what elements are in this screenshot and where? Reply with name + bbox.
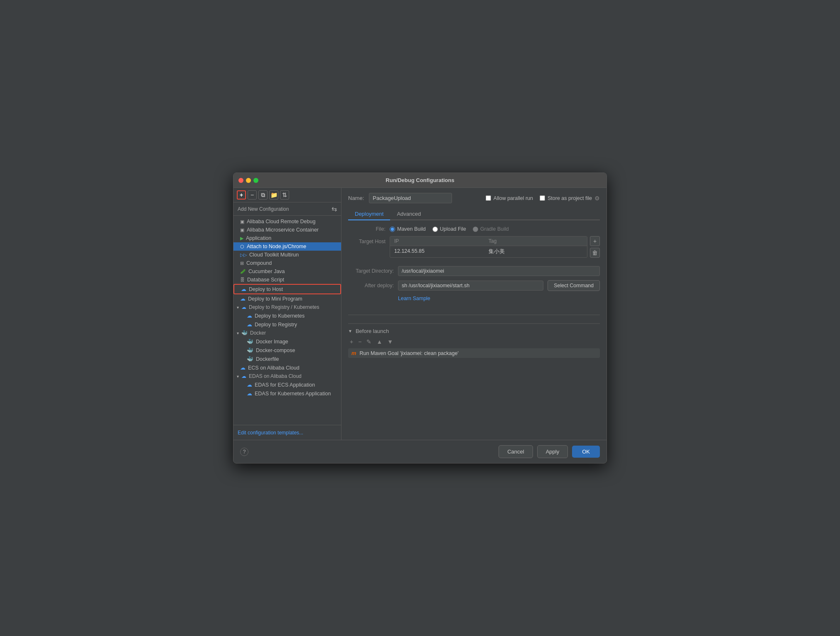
sidebar-item-label: Deploy to Mini Program (248, 296, 302, 302)
sidebar-item-deploy-to-host[interactable]: ☁ Deploy to Host (233, 284, 341, 294)
sidebar-item-label: EDAS on Alibaba Cloud (249, 373, 302, 379)
deployment-section: File: Maven Build Upload File Gradle (348, 226, 600, 306)
minimize-button[interactable] (246, 178, 251, 183)
sidebar-item-application[interactable]: ▶ Application (233, 234, 341, 242)
sidebar-item-label: Alibaba Microservice Container (247, 227, 319, 233)
sidebar-item-attach-nodejs-chrome[interactable]: ⬡ Attach to Node.js/Chrome (233, 242, 341, 251)
sidebar-item-docker-compose[interactable]: 🐳 Docker-compose (233, 346, 341, 355)
tab-deployment[interactable]: Deployment (348, 208, 390, 220)
sidebar-item-edas-alibaba-cloud-group[interactable]: ▾ ☁ EDAS on Alibaba Cloud (233, 372, 341, 380)
sidebar-item-docker-group[interactable]: ▾ 🐳 Docker (233, 329, 341, 337)
cloud-icon: ☁ (247, 321, 252, 328)
target-directory-input[interactable] (398, 266, 600, 276)
allow-parallel-item: Allow parallel run (486, 195, 533, 201)
add-host-button[interactable]: + (590, 236, 600, 246)
dialog-body: + − ⧉ 📁 ⇅ Add New Configuration ⇆ ▣ Alib… (233, 188, 607, 440)
target-host-label: Target Host (348, 236, 386, 244)
bl-up-button[interactable]: ▲ (375, 338, 384, 346)
sidebar-item-label: Dockerfile (256, 356, 279, 362)
before-launch-label: Before launch (356, 328, 389, 334)
help-button[interactable]: ? (240, 448, 248, 456)
docker-icon: 🐳 (247, 347, 253, 353)
cloud-icon: ☁ (240, 296, 246, 302)
target-host-section: Target Host IP Tag 12.124.55.85 集小美 (348, 236, 600, 262)
name-label: Name: (348, 195, 364, 201)
target-host-table: IP Tag 12.124.55.85 集小美 (390, 236, 587, 258)
close-button[interactable] (238, 178, 243, 183)
upload-file-option[interactable]: Upload File (432, 226, 466, 232)
add-configuration-button[interactable]: + (237, 190, 246, 200)
bl-remove-button[interactable]: − (356, 338, 363, 346)
name-input[interactable] (369, 193, 452, 203)
sidebar-item-alibaba-microservice-container[interactable]: ▣ Alibaba Microservice Container (233, 226, 341, 234)
edit-templates-link[interactable]: Edit configuration templates... (238, 430, 303, 436)
sidebar-item-alibaba-cloud-remote-debug[interactable]: ▣ Alibaba Cloud Remote Debug (233, 217, 341, 226)
allow-parallel-checkbox[interactable] (486, 195, 491, 201)
docker-icon: 🐳 (247, 338, 253, 345)
sidebar-item-label: Deploy to Registry (255, 322, 297, 328)
after-deploy-input[interactable] (398, 281, 543, 291)
learn-sample-row: Learn Sample (348, 295, 600, 301)
cloud-icon: ☁ (247, 313, 252, 319)
bl-add-button[interactable]: + (348, 338, 355, 346)
sidebar-item-ecs-alibaba-cloud[interactable]: ☁ ECS on Alibaba Cloud (233, 363, 341, 372)
table-row[interactable]: 12.124.55.85 集小美 (390, 246, 587, 257)
chevron-down-icon: ▾ (237, 374, 239, 379)
cloud-icon: ☁ (240, 365, 246, 371)
tab-deployment-label: Deployment (355, 211, 383, 217)
sidebar-item-deploy-to-mini-program[interactable]: ☁ Deploy to Mini Program (233, 294, 341, 303)
gear-icon[interactable]: ⚙ (594, 195, 600, 202)
dialog-title: Run/Debug Configurations (386, 177, 454, 183)
tab-advanced-label: Advanced (397, 211, 421, 217)
remove-configuration-button[interactable]: − (248, 190, 257, 200)
store-project-checkbox[interactable] (540, 195, 545, 201)
maven-build-option[interactable]: Maven Build (390, 226, 426, 232)
col-tag-header: Tag (489, 238, 583, 244)
sidebar-item-compound[interactable]: ⊞ Compound (233, 259, 341, 267)
collapse-icon[interactable]: ⇆ (332, 205, 337, 213)
tab-advanced[interactable]: Advanced (390, 208, 427, 220)
after-deploy-label: After deploy: (348, 283, 394, 288)
sidebar-item-label: Docker Image (256, 339, 288, 345)
gradle-build-radio[interactable] (473, 227, 478, 232)
sidebar-item-deploy-registry-kubernetes-group[interactable]: ▾ ☁ Deploy to Registry / Kubernetes (233, 303, 341, 311)
sidebar-header: Add New Configuration ⇆ (233, 202, 341, 216)
move-configuration-button[interactable]: 📁 (269, 190, 278, 200)
sidebar-item-edas-kubernetes-application[interactable]: ☁ EDAS for Kubernetes Application (233, 389, 341, 398)
host-ip: 12.124.55.85 (394, 248, 489, 255)
store-project-item: Store as project file ⚙ (540, 195, 600, 202)
sidebar-item-cucumber-java[interactable]: 🥒 Cucumber Java (233, 267, 341, 276)
bl-down-button[interactable]: ▼ (386, 338, 395, 346)
sidebar-toolbar: + − ⧉ 📁 ⇅ (233, 188, 341, 202)
sidebar-item-docker-image[interactable]: 🐳 Docker Image (233, 337, 341, 346)
cancel-button[interactable]: Cancel (499, 445, 533, 458)
sidebar-item-dockerfile[interactable]: 🐳 Dockerfile (233, 355, 341, 363)
ok-button[interactable]: OK (572, 446, 600, 458)
select-command-button[interactable]: Select Command (548, 280, 600, 291)
store-project-label: Store as project file (548, 195, 592, 201)
maven-icon: m (351, 350, 356, 356)
col-ip-header: IP (394, 238, 489, 244)
maximize-button[interactable] (253, 178, 258, 183)
gradle-build-label: Gradle Build (480, 226, 509, 232)
upload-file-radio[interactable] (432, 227, 438, 232)
sidebar-item-label: Cloud Toolkit Multirun (249, 252, 299, 258)
server-icon: ▣ (240, 227, 244, 233)
learn-sample-link[interactable]: Learn Sample (398, 296, 430, 301)
sidebar-item-deploy-to-registry[interactable]: ☁ Deploy to Registry (233, 320, 341, 329)
maven-goal-row[interactable]: m Run Maven Goal 'jixiaomei: clean packa… (348, 348, 600, 358)
sidebar-item-database-script[interactable]: 🗄 Database Script (233, 276, 341, 284)
apply-button[interactable]: Apply (537, 445, 568, 458)
main-panel: Name: Allow parallel run Store as projec… (341, 188, 607, 440)
remove-host-button[interactable]: 🗑 (590, 248, 600, 258)
sort-configuration-button[interactable]: ⇅ (280, 190, 289, 200)
copy-configuration-button[interactable]: ⧉ (258, 190, 268, 200)
sidebar-item-edas-ecs-application[interactable]: ☁ EDAS for ECS Application (233, 380, 341, 389)
maven-build-radio[interactable] (390, 227, 395, 232)
bl-edit-button[interactable]: ✎ (365, 338, 373, 346)
cloud-icon: ☁ (247, 382, 252, 388)
sidebar-item-deploy-to-kubernetes[interactable]: ☁ Deploy to Kubernetes (233, 311, 341, 320)
section-divider (348, 315, 600, 315)
sidebar-item-cloud-toolkit-multirun[interactable]: ▷▷ Cloud Toolkit Multirun (233, 251, 341, 259)
gradle-build-option[interactable]: Gradle Build (473, 226, 509, 232)
